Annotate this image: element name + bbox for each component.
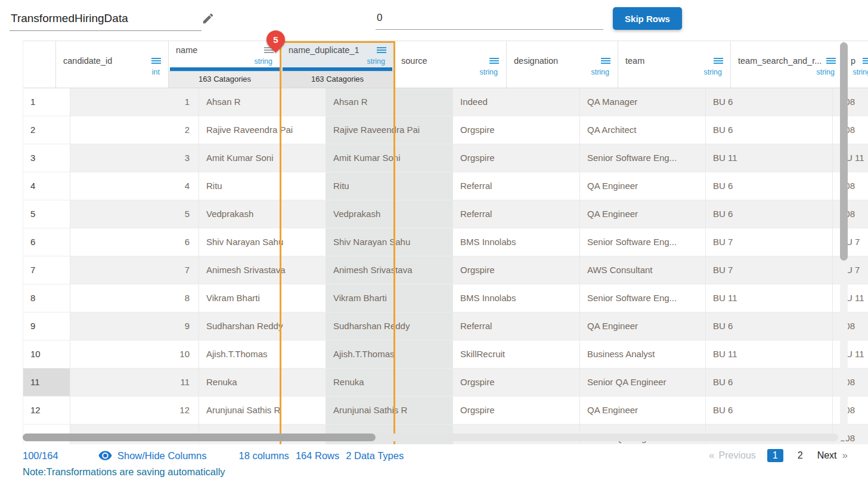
column-menu-icon[interactable] <box>826 58 836 64</box>
cell-designation[interactable]: AWS Consultant <box>580 256 706 284</box>
row-number[interactable]: 8 <box>23 284 70 312</box>
cell-designation[interactable]: Business Analyst <box>580 340 706 368</box>
vertical-scrollbar[interactable] <box>840 42 848 441</box>
cell-team[interactable]: BU 6 <box>706 172 833 200</box>
horizontal-scrollbar-thumb[interactable] <box>23 434 376 441</box>
edit-pencil-icon[interactable] <box>202 12 215 25</box>
cell-designation[interactable]: QA Architect <box>580 116 706 144</box>
cell-team[interactable]: BU 11 <box>706 144 833 172</box>
column-menu-icon[interactable] <box>151 58 161 64</box>
cell-name_duplicate_1[interactable]: Shiv Narayan Sahu <box>326 228 453 256</box>
column-header-candidate_id[interactable]: candidate_idint <box>56 41 169 88</box>
cell-team_search_and_r...[interactable]: 108 <box>833 172 868 200</box>
cell-source[interactable]: Orgspire <box>453 116 580 144</box>
cell-designation[interactable]: Senior Software Eng... <box>580 144 706 172</box>
cell-team_search_and_r...[interactable]: BU 7 <box>833 228 868 256</box>
cell-source[interactable]: Orgspire <box>453 144 580 172</box>
cell-source[interactable]: SkillRecruit <box>453 340 580 368</box>
cell-team_search_and_r...[interactable]: 108 <box>833 88 868 116</box>
cell-candidate_id[interactable]: 11 <box>70 369 199 396</box>
next-symbol[interactable]: » <box>842 450 848 462</box>
row-number[interactable]: 11 <box>23 369 70 396</box>
cell-candidate_id[interactable]: 1 <box>70 88 199 116</box>
cell-designation[interactable]: Senior Software Eng... <box>580 284 706 312</box>
previous-symbol[interactable]: « <box>709 450 714 462</box>
page-2-button[interactable]: 2 <box>792 449 808 462</box>
column-header-designation[interactable]: designationstring <box>507 41 618 88</box>
cell-name[interactable]: Amit Kumar Soni <box>199 144 326 172</box>
cell-name_duplicate_1[interactable]: Renuka <box>326 369 453 396</box>
cell-team_search_and_r...[interactable]: BU 11 <box>833 144 868 172</box>
cell-name_duplicate_1[interactable]: Ritu <box>326 172 453 200</box>
page-1-button[interactable]: 1 <box>767 449 783 462</box>
cell-name_duplicate_1[interactable]: Amit Kumar Soni <box>326 144 453 172</box>
cell-source[interactable]: Indeed <box>453 88 580 116</box>
row-number[interactable]: 2 <box>23 116 70 144</box>
cell-name[interactable]: Vikram Bharti <box>199 284 326 312</box>
cell-team[interactable]: BU 6 <box>706 200 833 228</box>
row-number[interactable]: 7 <box>23 256 70 284</box>
cell-designation[interactable]: Senior Software Eng... <box>580 228 706 256</box>
cell-team_search_and_r...[interactable]: BU 11 <box>833 340 868 368</box>
column-header-name[interactable]: namestring163 Catagories <box>169 41 281 88</box>
cell-name[interactable]: Shiv Narayan Sahu <box>199 228 326 256</box>
cell-name[interactable]: Sudharshan Reddy <box>199 312 326 340</box>
column-menu-icon[interactable] <box>601 58 610 64</box>
vertical-scrollbar-thumb[interactable] <box>840 42 848 261</box>
cell-team_search_and_r...[interactable]: 108 <box>833 200 868 228</box>
cell-name[interactable]: Vedprakash <box>199 200 326 228</box>
column-menu-icon[interactable] <box>714 58 723 64</box>
row-number[interactable]: 3 <box>23 144 70 172</box>
row-number[interactable]: 4 <box>23 172 70 200</box>
cell-candidate_id[interactable]: 10 <box>70 340 199 368</box>
column-header-name_duplicate_1[interactable]: name_duplicate_1string163 Catagories <box>281 41 394 88</box>
cell-candidate_id[interactable]: 3 <box>70 144 199 172</box>
cell-name[interactable]: Ritu <box>199 172 326 200</box>
row-number[interactable]: 1 <box>23 88 70 116</box>
column-header-source[interactable]: sourcestring <box>394 41 507 88</box>
show-hide-columns-button[interactable]: Show/Hide Columns <box>98 450 206 462</box>
cell-candidate_id[interactable]: 5 <box>70 200 199 228</box>
cell-name[interactable]: Rajive Raveendra Pai <box>199 116 326 144</box>
cell-designation[interactable]: QA Engineer <box>580 312 706 340</box>
cell-team_search_and_r...[interactable]: 108 <box>833 116 868 144</box>
cell-source[interactable]: Orgspire <box>453 369 580 396</box>
cell-designation[interactable]: QA Engineer <box>580 397 706 424</box>
cell-source[interactable]: BMS Innolabs <box>453 284 580 312</box>
cell-team[interactable]: BU 6 <box>706 88 833 116</box>
cell-team[interactable]: BU 6 <box>706 312 833 340</box>
cell-source[interactable]: BMS Innolabs <box>453 228 580 256</box>
cell-name_duplicate_1[interactable]: Ahsan R <box>326 88 453 116</box>
cell-candidate_id[interactable]: 9 <box>70 312 199 340</box>
cell-team[interactable]: BU 7 <box>706 228 833 256</box>
cell-team_search_and_r...[interactable]: BU 7 <box>833 256 868 284</box>
cell-team_search_and_r...[interactable]: 108 <box>833 397 868 424</box>
row-number[interactable]: 9 <box>23 312 70 340</box>
cell-name[interactable]: Renuka <box>199 369 326 396</box>
column-header-team_search_and_r...[interactable]: team_search_and_r...string <box>731 41 844 88</box>
skip-rows-input[interactable] <box>376 10 603 30</box>
cell-name_duplicate_1[interactable]: Ajish.T.Thomas <box>326 340 453 368</box>
cell-candidate_id[interactable]: 6 <box>70 228 199 256</box>
cell-candidate_id[interactable]: 4 <box>70 172 199 200</box>
cell-designation[interactable]: QA Manager <box>580 88 706 116</box>
cell-candidate_id[interactable]: 12 <box>70 397 199 424</box>
cell-team_search_and_r...[interactable]: BU 11 <box>833 284 868 312</box>
skip-rows-button[interactable]: Skip Rows <box>613 7 682 30</box>
column-menu-icon[interactable] <box>489 58 499 64</box>
cell-team[interactable]: BU 6 <box>706 397 833 424</box>
row-number[interactable]: 10 <box>23 340 70 368</box>
cell-team[interactable]: BU 11 <box>706 284 833 312</box>
dataset-name-input[interactable] <box>10 10 202 31</box>
cell-designation[interactable]: QA Engineer <box>580 172 706 200</box>
row-number[interactable]: 5 <box>23 200 70 228</box>
cell-team[interactable]: BU 7 <box>706 256 833 284</box>
cell-name_duplicate_1[interactable]: Animesh Srivastava <box>326 256 453 284</box>
row-number[interactable]: 6 <box>23 228 70 256</box>
cell-team_search_and_r...[interactable]: 108 <box>833 369 868 396</box>
cell-team[interactable]: BU 6 <box>706 116 833 144</box>
cell-designation[interactable]: QA Engineer <box>580 200 706 228</box>
row-number[interactable]: 12 <box>23 397 70 424</box>
cell-name[interactable]: Ajish.T.Thomas <box>199 340 326 368</box>
cell-name_duplicate_1[interactable]: Rajive Raveendra Pai <box>326 116 453 144</box>
